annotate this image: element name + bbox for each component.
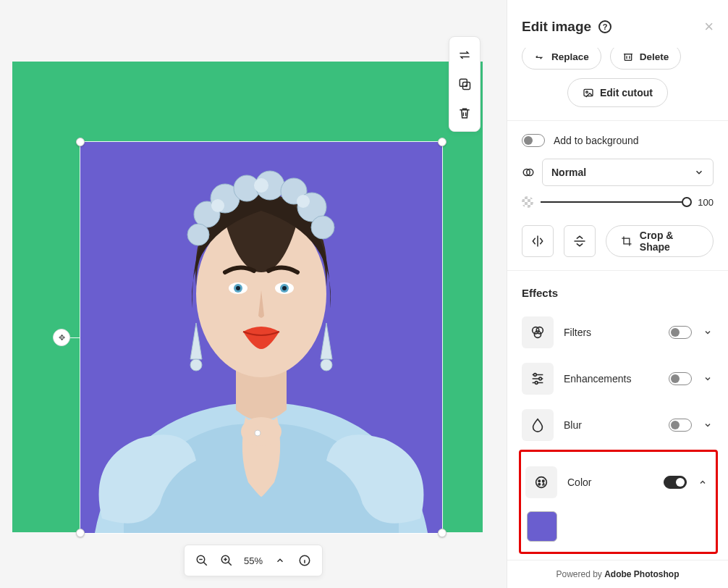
svg-point-8 — [187, 224, 209, 245]
help-icon[interactable]: ? — [598, 20, 611, 33]
svg-point-39 — [538, 480, 540, 482]
flip-horizontal-button[interactable] — [522, 225, 554, 257]
crop-icon — [621, 235, 632, 248]
delete-icon — [622, 51, 634, 62]
cutout-layer[interactable]: ✥ — [80, 142, 442, 533]
effect-row-filters: Filters — [522, 309, 719, 356]
footer-brand: Adobe Photoshop — [604, 569, 679, 579]
footer-prefix: Powered by — [556, 569, 604, 579]
filters-toggle[interactable] — [669, 326, 692, 339]
color-label: Color — [567, 476, 653, 488]
swap-icon[interactable] — [457, 47, 473, 63]
svg-point-21 — [255, 430, 261, 436]
blur-label: Blur — [564, 419, 659, 431]
zoom-toolbar: 55% — [184, 545, 323, 576]
edit-cutout-button[interactable]: Edit cutout — [567, 78, 668, 107]
info-button[interactable] — [297, 553, 312, 568]
enhancements-label: Enhancements — [564, 373, 659, 385]
resize-handle-tr[interactable] — [438, 138, 446, 146]
panel-title: Edit image — [522, 19, 591, 35]
trash-icon[interactable] — [457, 105, 473, 121]
svg-point-10 — [254, 178, 268, 193]
enhancements-expand[interactable] — [703, 374, 714, 383]
subject-image — [80, 142, 442, 533]
enhancements-icon — [522, 363, 554, 395]
filters-expand[interactable] — [703, 328, 714, 337]
svg-point-7 — [311, 216, 334, 239]
duplicate-icon[interactable] — [457, 76, 473, 92]
replace-label: Replace — [551, 51, 589, 62]
replace-icon — [534, 51, 546, 62]
color-swatch[interactable] — [527, 511, 557, 542]
opacity-slider[interactable] — [541, 201, 686, 203]
zoom-in-button[interactable] — [219, 553, 234, 568]
svg-point-36 — [539, 377, 542, 380]
move-handle-connector — [70, 337, 80, 338]
effects-heading: Effects — [522, 287, 727, 299]
zoom-menu-button[interactable] — [273, 553, 287, 568]
delete-label: Delete — [640, 51, 669, 62]
resize-handle-tl[interactable] — [76, 138, 85, 146]
blur-toggle[interactable] — [669, 419, 692, 432]
svg-point-14 — [236, 286, 240, 290]
move-handle[interactable]: ✥ — [53, 329, 70, 346]
svg-point-41 — [538, 484, 540, 485]
effect-row-enhancements: Enhancements — [522, 356, 719, 402]
zoom-out-button[interactable] — [195, 553, 209, 568]
panel-footer: Powered by Adobe Photoshop — [507, 560, 728, 588]
enhancements-toggle[interactable] — [669, 372, 692, 385]
blur-expand[interactable] — [703, 421, 714, 429]
filters-icon — [522, 316, 554, 348]
opacity-value: 100 — [693, 197, 714, 208]
color-icon — [525, 466, 557, 498]
svg-point-19 — [321, 359, 332, 371]
close-icon[interactable]: × — [704, 17, 714, 36]
svg-point-37 — [535, 382, 538, 385]
blend-icon — [522, 166, 535, 179]
svg-rect-27 — [625, 54, 631, 61]
svg-point-40 — [543, 480, 544, 482]
opacity-icon — [522, 196, 533, 208]
svg-point-18 — [190, 359, 202, 371]
svg-point-11 — [297, 195, 310, 208]
filters-label: Filters — [564, 327, 659, 338]
effect-row-color: Color — [525, 459, 711, 505]
color-collapse[interactable] — [698, 478, 708, 487]
svg-point-33 — [536, 327, 543, 334]
replace-button[interactable]: Replace — [522, 48, 601, 70]
canvas-area[interactable]: ✥ 55% — [0, 0, 507, 588]
blend-mode-value: Normal — [551, 167, 586, 178]
blur-icon — [522, 409, 554, 441]
edit-cutout-label: Edit cutout — [600, 87, 653, 98]
resize-handle-bl[interactable] — [76, 529, 85, 537]
color-toggle[interactable] — [664, 476, 687, 489]
color-section-highlight: Color — [519, 450, 718, 554]
blend-mode-select[interactable]: Normal — [542, 159, 714, 186]
svg-point-38 — [536, 477, 547, 488]
svg-point-34 — [534, 331, 541, 337]
flip-vertical-button[interactable] — [564, 225, 596, 257]
svg-point-17 — [282, 286, 287, 290]
image-icon — [583, 87, 594, 98]
delete-button[interactable]: Delete — [610, 48, 682, 70]
crop-shape-label: Crop & Shape — [640, 230, 698, 253]
floating-toolbar — [449, 36, 481, 132]
effect-row-blur: Blur — [522, 402, 719, 448]
resize-handle-br[interactable] — [438, 529, 446, 537]
svg-point-35 — [534, 374, 537, 377]
add-to-background-toggle[interactable] — [522, 134, 545, 147]
zoom-level: 55% — [244, 555, 263, 566]
crop-shape-button[interactable]: Crop & Shape — [606, 225, 714, 257]
edit-image-panel: Edit image ? × Replace Delete — [507, 0, 728, 588]
add-to-background-label: Add to background — [554, 135, 639, 146]
svg-point-29 — [586, 91, 588, 93]
svg-point-9 — [211, 199, 224, 212]
chevron-down-icon — [694, 167, 704, 177]
svg-point-20 — [241, 417, 282, 446]
opacity-slider-thumb[interactable] — [682, 197, 692, 207]
